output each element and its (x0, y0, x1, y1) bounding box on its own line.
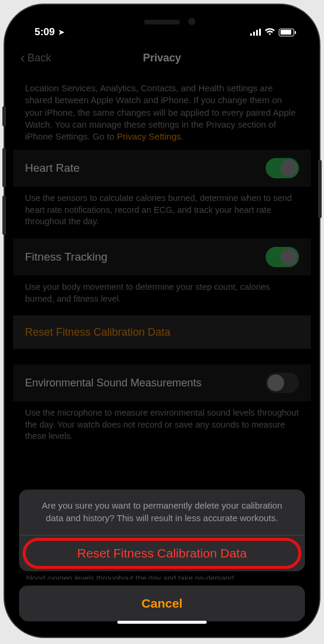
notch (96, 13, 228, 32)
mute-switch (2, 106, 6, 126)
clipped-text: blood oxygen levels throughout the day a… (19, 571, 305, 580)
fitness-tracking-label: Fitness Tracking (25, 249, 107, 265)
fitness-tracking-toggle[interactable] (266, 247, 299, 267)
nav-bar: ‹ Back Privacy (13, 43, 311, 73)
reset-calibration-button[interactable]: Reset Fitness Calibration Data (13, 315, 311, 349)
heart-rate-label: Heart Rate (25, 160, 80, 176)
home-indicator[interactable] (117, 621, 207, 624)
reset-confirm-button[interactable]: Reset Fitness Calibration Data (19, 535, 305, 571)
fitness-tracking-desc: Use your body movement to determine your… (13, 275, 311, 315)
battery-icon (279, 29, 294, 36)
cellular-signal-icon (250, 29, 261, 36)
fitness-tracking-row: Fitness Tracking (13, 239, 311, 275)
env-sound-label: Environmental Sound Measurements (25, 376, 201, 390)
cancel-button[interactable]: Cancel (19, 586, 305, 621)
env-sound-row: Environmental Sound Measurements (13, 364, 311, 401)
status-time: 5:09 (35, 26, 55, 38)
heart-rate-desc: Use the sensors to calculate calories bu… (13, 187, 311, 239)
action-sheet-message: Are you sure you want to permanently del… (19, 490, 305, 535)
action-sheet: Are you sure you want to permanently del… (19, 490, 305, 621)
volume-up-button (2, 148, 6, 187)
phone-frame: 5:09 ➤ ‹ Back Privacy Location Services,… (5, 5, 319, 637)
env-sound-toggle[interactable] (266, 373, 299, 393)
intro-text: Location Services, Analytics, Contacts, … (13, 73, 311, 150)
power-button (318, 160, 322, 218)
env-sound-desc: Use the microphone to measure environmen… (13, 401, 311, 453)
page-title: Privacy (143, 52, 181, 64)
back-button[interactable]: ‹ Back (20, 51, 51, 65)
screen: 5:09 ➤ ‹ Back Privacy Location Services,… (13, 13, 311, 628)
privacy-settings-link[interactable]: Privacy Settings (117, 131, 181, 141)
chevron-left-icon: ‹ (20, 51, 25, 65)
wifi-icon (264, 27, 275, 38)
heart-rate-toggle[interactable] (266, 158, 299, 178)
location-arrow-icon: ➤ (58, 28, 64, 36)
back-label: Back (27, 52, 51, 64)
volume-down-button (2, 196, 6, 235)
heart-rate-row: Heart Rate (13, 150, 311, 187)
